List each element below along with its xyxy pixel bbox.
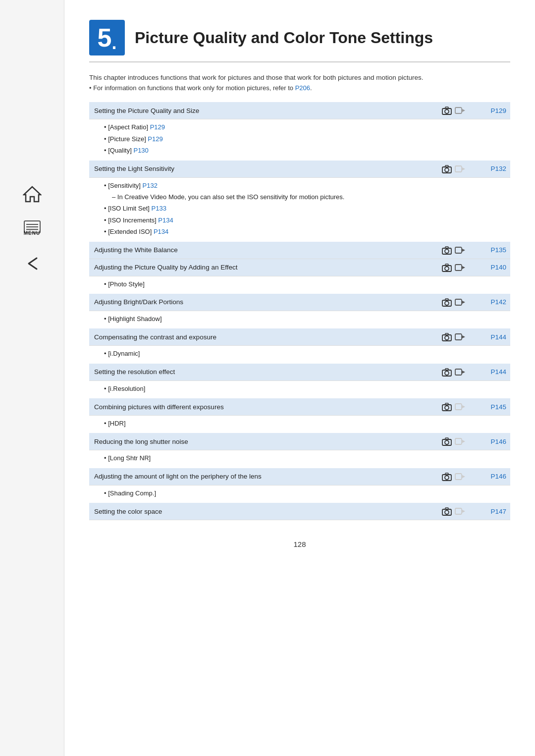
back-icon[interactable] (21, 253, 43, 274)
chapter-header: 5. Picture Quality and Color Tone Settin… (89, 20, 510, 62)
toc-page-10[interactable]: P146 (476, 469, 510, 484)
toc-sub-5: • [Highlight Shadow] (89, 311, 510, 328)
toc-icons-6 (431, 328, 476, 345)
toc-row-main-2: Setting the Light Sensitivity P132 (89, 161, 510, 178)
svg-point-22 (445, 301, 449, 305)
svg-marker-12 (462, 167, 465, 170)
toc-page-1[interactable]: P129 (476, 103, 510, 118)
home-icon[interactable] (21, 183, 43, 205)
svg-rect-15 (455, 247, 462, 253)
toc-entry-row2: Setting the Light Sensitivity P132 • [Se… (89, 161, 510, 242)
toc-entry-row7: Setting the resolution effect P144 • [i.… (89, 364, 510, 398)
toc-entry-row4: Adjusting the Picture Quality by Adding … (89, 259, 510, 294)
toc-label-2: Setting the Light Sensitivity (89, 161, 431, 176)
chapter-number-box: 5. (89, 20, 125, 55)
svg-marker-20 (462, 266, 465, 269)
svg-rect-27 (455, 334, 462, 340)
toc-entry-row5: Adjusting Bright/Dark Portions P142 • [H… (89, 294, 510, 328)
camera-icon-7 (441, 368, 452, 377)
svg-rect-19 (455, 265, 462, 270)
video-icon-7 (455, 368, 466, 377)
svg-rect-43 (455, 474, 462, 480)
toc-icons-1 (431, 102, 476, 119)
toc-label-11: Setting the color space (89, 504, 431, 519)
toc-icons-7 (431, 364, 476, 380)
svg-point-46 (445, 510, 449, 514)
toc-entry-row1: Setting the Picture Quality and Size P12… (89, 102, 510, 160)
sidebar: MENU (0, 0, 64, 756)
toc-entry-row8: Combining pictures with different exposu… (89, 398, 510, 433)
toc-row-main-9: Reducing the long shutter noise P146 (89, 433, 510, 450)
toc-section: Setting the Picture Quality and Size P12… (89, 102, 510, 520)
toc-page-5[interactable]: P142 (476, 294, 510, 310)
toc-entry-row6: Compensating the contrast and exposure P… (89, 328, 510, 363)
video-icon-2 (455, 164, 466, 173)
toc-row-main-4: Adjusting the Picture Quality by Adding … (89, 259, 510, 276)
intro-paragraph: This chapter introduces functions that w… (89, 72, 510, 83)
toc-page-2[interactable]: P132 (476, 161, 510, 176)
svg-marker-24 (462, 301, 465, 304)
intro-section: This chapter introduces functions that w… (89, 72, 510, 93)
svg-marker-48 (462, 510, 465, 513)
intro-note: • For information on functions that work… (89, 83, 510, 94)
toc-page-7[interactable]: P144 (476, 364, 510, 379)
svg-marker-8 (462, 109, 465, 112)
svg-point-14 (445, 249, 449, 253)
video-icon-6 (455, 332, 466, 341)
menu-icon[interactable]: MENU (21, 217, 43, 239)
video-icon-5 (455, 298, 466, 307)
video-icon-8 (455, 402, 466, 411)
svg-point-6 (445, 109, 449, 113)
page-number: 128 (89, 540, 510, 548)
toc-page-3[interactable]: P135 (476, 242, 510, 258)
video-icon-11 (455, 507, 466, 516)
svg-point-26 (445, 336, 449, 340)
camera-icon-9 (441, 437, 452, 446)
svg-marker-40 (462, 440, 465, 443)
toc-label-4: Adjusting the Picture Quality by Adding … (89, 260, 431, 275)
main-content: 5. Picture Quality and Color Tone Settin… (64, 0, 535, 578)
chapter-dot: . (111, 33, 116, 55)
video-icon-3 (455, 246, 466, 255)
toc-row-main-8: Combining pictures with different exposu… (89, 398, 510, 416)
toc-entry-row11: Setting the color space P147 (89, 503, 510, 520)
camera-icon-3 (441, 246, 452, 255)
svg-marker-28 (462, 335, 465, 338)
video-icon-4 (455, 263, 466, 272)
toc-label-1: Setting the Picture Quality and Size (89, 103, 431, 118)
intro-note-link[interactable]: P206 (295, 84, 310, 92)
toc-entry-row3: Adjusting the White Balance P135 (89, 242, 510, 259)
toc-entry-row10: Adjusting the amount of light on the per… (89, 468, 510, 503)
toc-label-5: Adjusting Bright/Dark Portions (89, 294, 431, 310)
toc-page-11[interactable]: P147 (476, 504, 510, 519)
camera-icon-6 (441, 332, 452, 341)
toc-page-8[interactable]: P145 (476, 399, 510, 415)
svg-marker-16 (462, 249, 465, 252)
toc-icons-3 (431, 242, 476, 259)
toc-icons-2 (431, 161, 476, 177)
toc-row-main-6: Compensating the contrast and exposure P… (89, 328, 510, 346)
svg-marker-36 (462, 405, 465, 408)
toc-sub-4: • [Photo Style] (89, 276, 510, 294)
toc-icons-4 (431, 259, 476, 276)
toc-page-6[interactable]: P144 (476, 329, 510, 345)
menu-label: MENU (24, 230, 40, 236)
toc-label-3: Adjusting the White Balance (89, 242, 431, 258)
svg-rect-31 (455, 369, 462, 375)
toc-row-main-5: Adjusting Bright/Dark Portions P142 (89, 294, 510, 311)
camera-icon-8 (441, 402, 452, 411)
toc-page-9[interactable]: P146 (476, 434, 510, 449)
svg-point-42 (445, 476, 449, 480)
svg-point-34 (445, 406, 449, 410)
toc-row-main-7: Setting the resolution effect P144 (89, 364, 510, 381)
toc-label-8: Combining pictures with different exposu… (89, 399, 431, 415)
toc-sub-7: • [i.Resolution] (89, 381, 510, 398)
svg-marker-44 (462, 475, 465, 478)
toc-sub-8: • [HDR] (89, 416, 510, 433)
toc-row-main-10: Adjusting the amount of light on the per… (89, 468, 510, 486)
svg-marker-32 (462, 371, 465, 374)
toc-sub-2: • [Sensitivity] P132 – In Creative Video… (89, 178, 510, 242)
toc-page-4[interactable]: P140 (476, 260, 510, 275)
video-icon-1 (455, 106, 466, 115)
camera-icon-1 (441, 106, 452, 115)
